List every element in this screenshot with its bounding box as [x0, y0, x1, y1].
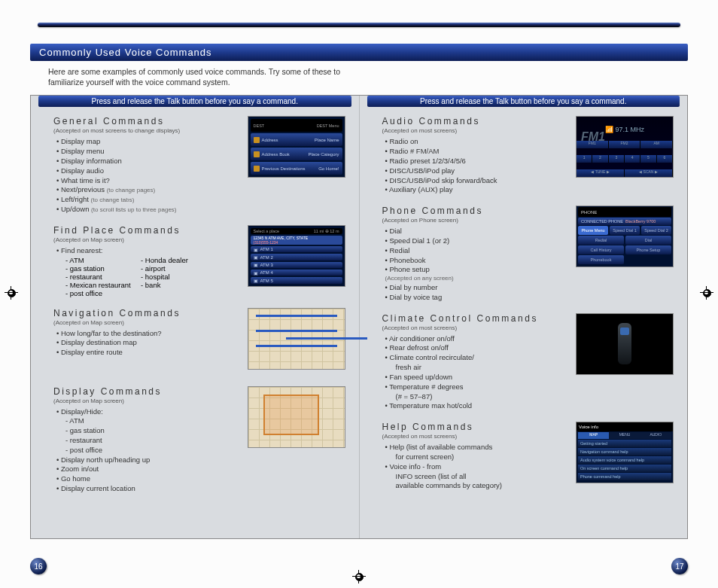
cmd-item: Temperature # degrees — [385, 382, 536, 392]
cmd-item: Radio preset 1/2/3/4/5/6 — [385, 157, 536, 166]
disp-thumb — [248, 386, 345, 448]
cmd-cont: INFO screen (list of all — [385, 472, 536, 482]
cmd-item: Up/down (to scroll lists up to three pag… — [56, 205, 207, 215]
climate-list: Air conditioner on/off Rear defrost on/o… — [382, 334, 536, 412]
cmd-item: Next/previous (to change pages) — [56, 185, 207, 195]
left-column: Press and release the Talk button before… — [31, 96, 359, 538]
sub-item: ATM — [65, 256, 141, 264]
cmd-item: Auxiliary (AUX) play — [385, 185, 536, 195]
cmd-item: DISC/USB/iPod skip forward/back — [385, 176, 536, 186]
section-audio: Audio Commands (Accepted on most screens… — [382, 116, 674, 195]
page-title: Commonly Used Voice Commands — [39, 47, 212, 58]
sub-item: post office — [65, 289, 141, 297]
audio-thumb: 📶 97.1 MHz FM1 FM1FM2AM 123456 ◀ TUNE ▶◀… — [576, 116, 674, 178]
cmd-item: Go home — [56, 474, 207, 484]
cmd-item: What time is it? — [56, 176, 207, 186]
cmd-item: DISC/USB/iPod play — [385, 166, 536, 176]
cmd-item: Speed Dial 1 (or 2) — [385, 236, 536, 246]
section-navigation: Navigation Commands (Accepted on Map scr… — [53, 308, 345, 376]
audio-list: Radio on Radio # FM/AM Radio preset 1/2/… — [382, 137, 536, 195]
sub-item: restaurant — [56, 436, 207, 446]
sub-item: gas station — [65, 264, 141, 273]
sub-item: gas station — [56, 426, 207, 436]
climate-thumb — [576, 313, 674, 375]
sub-item: bank — [141, 281, 216, 289]
cmd-cont: fresh air — [385, 363, 536, 373]
nav-list: How long/far to the destination? Display… — [53, 329, 207, 358]
sub-item: Mexican restaurant — [65, 281, 141, 289]
section-help: Help Commands (Accepted on most screens)… — [382, 422, 674, 491]
cmd-item: Fan speed up/down — [385, 373, 536, 382]
section-general: General Commands (Accepted on most scree… — [53, 116, 345, 215]
cmd-item: Display audio — [56, 166, 207, 176]
cmd-item: Display entire route — [56, 348, 207, 358]
cmd-item: Display/Hide: — [56, 407, 207, 417]
cmd-item: Dial by number — [385, 283, 536, 293]
cmd-item: Display north up/heading up — [56, 455, 207, 465]
disp-list: Display/Hide: ATM gas station restaurant… — [53, 407, 207, 494]
cmd-item: Find nearest: — [56, 246, 207, 256]
section-climate: Climate Control Commands (Accepted on mo… — [382, 313, 674, 412]
cmd-item: How long/far to the destination? — [56, 329, 207, 339]
cmd-item: Redial — [385, 246, 536, 256]
right-column: Press and release the Talk button before… — [360, 96, 688, 538]
help-list: Help (list of available commands for cur… — [382, 443, 536, 491]
find-list: Find nearest: — [53, 246, 207, 256]
cmd-item: Help (list of available commands — [385, 443, 536, 452]
cmd-item: Phonebook — [385, 256, 536, 266]
sub-item: Honda dealer — [141, 256, 216, 264]
cmd-item: Radio on — [385, 137, 536, 147]
sub-item: ATM — [56, 416, 207, 426]
cmd-cont: (# = 57–87) — [385, 392, 536, 402]
cmd-item: Display menu — [56, 147, 207, 157]
cmd-item: Voice info - from — [385, 462, 536, 472]
cmd-item: Dial by voice tag — [385, 293, 536, 303]
cmd-note: (Accepted on any screen) — [385, 275, 536, 283]
cmd-item: Left/right (to change tabs) — [56, 195, 207, 205]
talk-banner-left: Press and release the Talk button before… — [38, 96, 351, 107]
page-number-right: 17 — [671, 558, 688, 574]
sub-item: hospital — [141, 273, 216, 281]
page-title-bar: Commonly Used Voice Commands — [30, 44, 688, 61]
cmd-item: Air conditioner on/off — [385, 334, 536, 344]
cmd-item: Display map — [56, 137, 207, 147]
sub-item: post office — [56, 446, 207, 455]
cmd-cont: for current screen) — [385, 452, 536, 462]
cmd-item: Temperature max hot/cold — [385, 401, 536, 411]
sub-item: airport — [141, 264, 216, 273]
find-thumb: Select a place11 mi ⊕ 12 m 12345 N ATM A… — [248, 225, 345, 287]
section-phone: Phone Commands (Accepted on Phone screen… — [382, 206, 674, 302]
cmd-item: Dial — [385, 227, 536, 236]
cmd-item: Radio # FM/AM — [385, 147, 536, 157]
content-box: Press and release the Talk button before… — [30, 95, 688, 539]
registration-mark-icon — [700, 286, 713, 300]
cmd-cont: available commands by category) — [385, 481, 536, 491]
cmd-item: Display destination map — [56, 338, 207, 348]
cmd-item: Phone setup — [385, 265, 536, 275]
intro-text: Here are some examples of commonly used … — [48, 67, 364, 87]
phone-list: Dial Speed Dial 1 (or 2) Redial Phoneboo… — [382, 227, 536, 302]
find-subgrid: ATM Honda dealer gas station airport res… — [53, 256, 216, 297]
page-number-left: 16 — [30, 558, 47, 574]
nav-thumb — [248, 308, 345, 370]
cmd-item: Display information — [56, 157, 207, 166]
general-thumb: DESTDEST Menu AddressPlace Name Address … — [248, 116, 345, 178]
section-findplace: Find Place Commands (Accepted on Map scr… — [53, 225, 345, 297]
document-page: Commonly Used Voice Commands Here are so… — [0, 0, 718, 588]
sub-item: restaurant — [65, 273, 141, 281]
section-display: Display Commands (Accepted on Map screen… — [53, 386, 345, 494]
phone-thumb: PHONE CONNECTED PHONE BlackBerry 9700 Ph… — [576, 206, 674, 267]
talk-banner-right: Press and release the Talk button before… — [367, 96, 680, 107]
top-rule — [38, 23, 680, 27]
general-list: Display map Display menu Display informa… — [53, 137, 207, 215]
cmd-item: Zoom in/out — [56, 465, 207, 474]
cmd-item: Climate control recirculate/ — [385, 353, 536, 363]
registration-mark-icon — [352, 570, 366, 583]
help-thumb: Voice info MAP MENU AUDIO Getting starte… — [576, 422, 674, 483]
remote-icon — [618, 323, 631, 364]
registration-mark-icon — [5, 286, 18, 300]
cmd-item: Display current location — [56, 484, 207, 494]
cmd-item: Rear defrost on/off — [385, 343, 536, 353]
